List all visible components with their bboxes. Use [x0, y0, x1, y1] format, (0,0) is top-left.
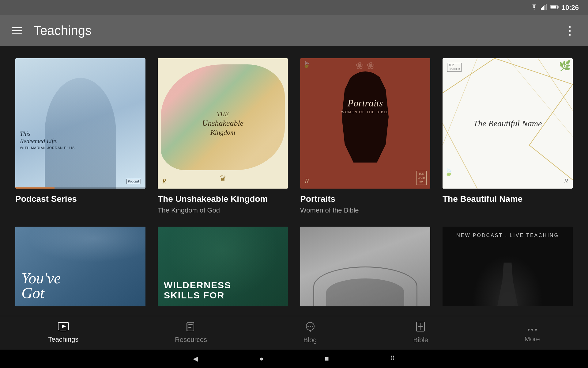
card-subtitle-unshakeable: The Kingdom of God: [158, 206, 288, 214]
app-bar: Teachings ⋮: [0, 15, 588, 46]
card-image-podcast-series: ThisRedeemed Life. WITH MARIAN JORDAN EL…: [15, 58, 145, 189]
nav-label-blog: Blog: [303, 336, 317, 344]
nav-label-teachings: Teachings: [48, 335, 78, 343]
tue-gather-top-left: TUEGATHER: [447, 63, 462, 72]
youve-got-text: You'veGot: [21, 271, 61, 300]
hamburger-menu-button[interactable]: [9, 25, 24, 37]
svg-rect-7: [558, 6, 559, 8]
tue-gather-badge: TUEGATHER: [416, 171, 427, 185]
svg-rect-4: [546, 4, 547, 10]
wilderness-text: WILDERNESSSKILLS FOR: [164, 280, 231, 300]
more-options-button[interactable]: ⋮: [562, 21, 579, 40]
leaf-top-left: 🍃: [303, 61, 310, 68]
card-beautiful-name[interactable]: 🌿 🍃 TUEGATHER The Beautiful Name R The B…: [443, 58, 573, 214]
page-title: Teachings: [34, 23, 92, 38]
status-icons: 10:26: [530, 4, 579, 12]
card1-text-overlay: ThisRedeemed Life. WITH MARIAN JORDAN EL…: [20, 130, 141, 150]
hamburger-line: [12, 33, 22, 34]
nav-label-resources: Resources: [175, 336, 207, 344]
nav-item-blog[interactable]: Blog: [294, 319, 326, 347]
leaf-top-right: 🌿: [559, 60, 571, 71]
crown-icon: ♛: [220, 174, 226, 182]
main-content: ThisRedeemed Life. WITH MARIAN JORDAN EL…: [0, 46, 588, 316]
home-button[interactable]: ●: [259, 355, 263, 363]
card-image-portraits: ❀ ❀ Portraits WOMEN OF THE BIBLE R TUEGA…: [300, 58, 430, 189]
card-podcast-series[interactable]: ThisRedeemed Life. WITH MARIAN JORDAN EL…: [15, 58, 145, 214]
svg-rect-3: [545, 5, 545, 10]
svg-rect-6: [550, 6, 556, 8]
svg-point-33: [531, 329, 533, 331]
nav-label-bible: Bible: [413, 336, 428, 344]
svg-rect-23: [186, 323, 187, 331]
svg-point-26: [310, 326, 311, 327]
svg-rect-22: [188, 327, 191, 328]
svg-line-10: [529, 84, 573, 145]
bible-nav-icon: [416, 322, 425, 334]
card-image-wilderness: WILDERNESSSKILLS FOR: [158, 227, 288, 306]
card-image-unshakeable: THEUnshakeableKingdom ♛ R: [158, 58, 288, 189]
status-bar: 10:26: [0, 0, 588, 15]
card-new-podcast-live[interactable]: NEW PODCAST . LIVE TEACHING: [443, 227, 573, 306]
card-title-unshakeable: The Unshakeable Kingdom: [158, 194, 288, 205]
svg-rect-1: [542, 7, 543, 10]
svg-rect-0: [541, 8, 542, 10]
nav-label-more: More: [525, 335, 540, 343]
beautiful-name-text: The Beautiful Name: [449, 118, 566, 129]
svg-rect-21: [188, 326, 193, 326]
wifi-icon: [530, 4, 538, 11]
blog-nav-icon: [305, 322, 315, 334]
teachings-nav-icon: [58, 322, 69, 334]
podcast-badge: Podcast: [126, 179, 141, 184]
card-bridge[interactable]: [300, 227, 430, 306]
svg-point-25: [307, 326, 309, 327]
new-podcast-label: NEW PODCAST . LIVE TEACHING: [443, 233, 573, 238]
svg-rect-18: [60, 331, 66, 331]
recent-apps-button[interactable]: ■: [325, 355, 329, 363]
card-title-beautiful-name: The Beautiful Name: [443, 194, 573, 205]
card-image-new-podcast-live: NEW PODCAST . LIVE TEACHING: [443, 227, 573, 306]
leaf-bottom-left: 🍃: [444, 168, 453, 176]
nav-item-bible[interactable]: Bible: [404, 319, 437, 347]
resources-nav-icon: [186, 322, 195, 334]
card-title-portraits: Portraits: [300, 194, 430, 205]
app-bar-left: Teachings: [9, 23, 92, 38]
svg-rect-19: [187, 322, 194, 331]
system-nav-bar: ◀ ● ■ ⠿: [0, 350, 588, 368]
card-youve-got[interactable]: You'veGot: [15, 227, 145, 306]
svg-marker-17: [62, 324, 66, 328]
svg-line-11: [529, 145, 573, 180]
signal-icon: [541, 4, 547, 11]
svg-point-32: [528, 329, 530, 331]
svg-line-12: [443, 124, 477, 189]
svg-point-27: [312, 326, 313, 327]
nav-item-resources[interactable]: Resources: [166, 319, 216, 347]
nav-item-teachings[interactable]: Teachings: [39, 319, 88, 347]
r-watermark: R: [162, 178, 166, 185]
card-title-podcast-series: Podcast Series: [15, 194, 145, 205]
svg-point-34: [535, 329, 537, 331]
card-wilderness[interactable]: WILDERNESSSKILLS FOR: [158, 227, 288, 306]
status-time: 10:26: [562, 4, 579, 12]
keyboard-button[interactable]: ⠿: [390, 355, 395, 363]
svg-marker-28: [309, 330, 312, 332]
svg-rect-2: [543, 6, 544, 10]
card-image-bridge: [300, 227, 430, 306]
card-image-youve-got: You'veGot: [15, 227, 145, 306]
card-image-beautiful-name: 🌿 🍃 TUEGATHER The Beautiful Name R: [443, 58, 573, 189]
content-grid: ThisRedeemed Life. WITH MARIAN JORDAN EL…: [15, 58, 573, 306]
r-watermark-bn: R: [564, 177, 568, 185]
back-button[interactable]: ◀: [193, 355, 198, 363]
card-portraits[interactable]: ❀ ❀ Portraits WOMEN OF THE BIBLE R TUEGA…: [300, 58, 430, 214]
flower-deco: ❀ ❀: [356, 60, 375, 71]
hamburger-line: [12, 30, 22, 31]
battery-icon: [550, 5, 559, 11]
card-subtitle-portraits: Women of the Bible: [300, 206, 430, 214]
svg-rect-20: [188, 324, 193, 325]
bottom-nav: Teachings Resources Blog: [0, 316, 588, 350]
card-unshakeable-kingdom[interactable]: THEUnshakeableKingdom ♛ R The Unshakeabl…: [158, 58, 288, 214]
hamburger-line: [12, 27, 22, 28]
portraits-text: Portraits WOMEN OF THE BIBLE: [341, 98, 389, 114]
card2-text: THEUnshakeableKingdom: [202, 110, 244, 137]
more-nav-icon: [527, 323, 537, 333]
nav-item-more[interactable]: More: [515, 320, 549, 346]
